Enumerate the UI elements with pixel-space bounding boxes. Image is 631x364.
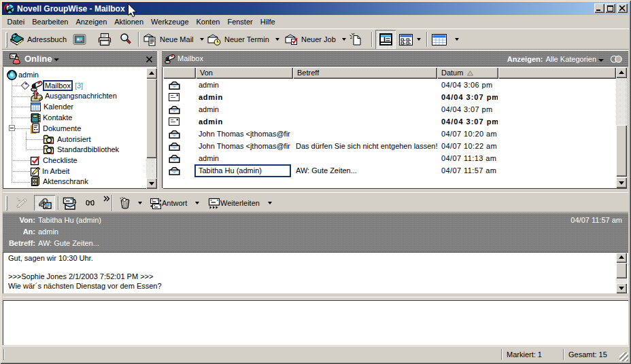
unread-mail-icon — [169, 93, 180, 101]
tree-item-kalender[interactable]: Kalender — [30, 101, 73, 112]
view-table-button[interactable] — [432, 31, 459, 48]
new-document-button[interactable] — [349, 31, 362, 48]
titlebar[interactable]: Novell GroupWise - Mailbox — [2, 2, 629, 15]
tree-item-checkliste[interactable]: Checkliste — [30, 155, 78, 166]
mail-row[interactable]: admin 04/04 3:07 pm — [163, 116, 616, 128]
tree-item-autorisiert[interactable]: Autorisiert — [43, 134, 91, 145]
datum-cell: 04/07 10:20 am — [441, 130, 498, 138]
neuer-job-button[interactable]: Neuer Job — [285, 31, 346, 48]
menu-datei[interactable]: Datei — [3, 16, 29, 27]
minimize-button[interactable] — [594, 3, 604, 13]
scrollbar-thumb[interactable] — [616, 125, 627, 177]
antwort-dropdown-icon[interactable] — [195, 202, 199, 204]
subject-value: AW: Gute Zeiten... — [38, 239, 99, 247]
neuer-termin-button[interactable]: Neuer Termin — [207, 31, 279, 48]
view-preview-toggle[interactable] — [375, 30, 396, 49]
tree-item-admin[interactable]: admin — [7, 69, 39, 80]
delete-button[interactable] — [118, 195, 142, 211]
edit-button-disabled[interactable] — [14, 195, 30, 211]
menu-bearbeiten[interactable]: Bearbeiten — [29, 16, 72, 27]
delete-dropdown-icon[interactable] — [138, 202, 142, 204]
close-panel-icon[interactable] — [146, 56, 153, 63]
tree-item-kontakte[interactable]: Kontakte — [30, 112, 72, 123]
message-body[interactable]: Gut, sagen wir 10:30 Uhr. >>>Sophie Jone… — [3, 252, 628, 293]
scroll-up-button[interactable] — [146, 68, 157, 79]
tree-collapse-toggle[interactable] — [9, 125, 15, 131]
pane-divider[interactable] — [3, 293, 628, 301]
more-buttons-icon[interactable] — [103, 196, 110, 202]
scrollbar-thumb[interactable] — [146, 79, 157, 158]
column-filler — [498, 67, 616, 79]
datum-cell: 04/07 11:57 am — [441, 166, 498, 175]
menu-werkzeuge[interactable]: Werkzeuge — [148, 16, 192, 27]
antwort-button[interactable]: Antwort — [148, 195, 199, 211]
tree-scrollbar[interactable] — [146, 68, 156, 189]
view-display-dropdown-icon[interactable] — [417, 38, 421, 41]
body-scrollbar[interactable] — [616, 253, 627, 293]
new-task-icon — [285, 33, 299, 46]
mailbox-small-icon — [165, 54, 175, 64]
weiterleiten-dropdown-icon[interactable] — [268, 202, 272, 204]
app-logo-icon — [3, 3, 14, 14]
tree-item-aktenschrank[interactable]: Aktenschrank — [30, 176, 88, 187]
weiterleiten-button[interactable]: Weiterleiten — [208, 195, 272, 211]
mail-row[interactable]: admin 04/04 3:07 pm — [163, 92, 616, 104]
search-button[interactable] — [119, 31, 133, 48]
scroll-up-button[interactable] — [616, 67, 627, 78]
neuer-termin-dropdown-icon[interactable] — [275, 38, 279, 41]
list-scrollbar[interactable] — [616, 67, 627, 188]
tree-item-ausgangsnachrichten[interactable]: Ausgangsnachrichten — [30, 90, 117, 101]
von-cell: admin — [199, 93, 292, 101]
body-line: >>>Sophie Jones 2/1/2003 7:52:01 PM >>> — [8, 272, 628, 282]
read-later-button[interactable] — [86, 195, 95, 211]
open-item-button[interactable] — [63, 195, 78, 211]
scroll-down-button[interactable] — [616, 177, 627, 188]
scroll-down-button[interactable] — [146, 178, 157, 189]
tree-item-dokumente[interactable]: Dokumente — [30, 123, 81, 134]
adressbuch-button[interactable]: Adressbuch — [10, 31, 67, 48]
menu-konten[interactable]: Konten — [192, 16, 224, 27]
view-table-dropdown-icon[interactable] — [455, 38, 459, 41]
categories-icon[interactable] — [610, 55, 623, 63]
column-von[interactable]: Von — [196, 67, 293, 79]
folders-panel-dropdown-icon[interactable] — [54, 58, 59, 61]
mail-row[interactable]: John Thomas <jthomas@fir 04/07 10:20 am — [163, 128, 616, 141]
scroll-down-button[interactable] — [616, 283, 627, 293]
filter-dropdown[interactable]: Anzeigen: Alle Kategorien — [507, 51, 604, 67]
tree-item-in-arbeit[interactable]: In Arbeit — [30, 166, 69, 177]
neue-mail-dropdown-icon[interactable] — [200, 38, 204, 41]
mail-row[interactable]: admin 04/07 11:13 am — [163, 153, 616, 165]
attachment-pane[interactable] — [3, 301, 628, 345]
mail-row[interactable]: admin 04/04 3:06 pm — [163, 79, 616, 92]
resize-grip[interactable] — [619, 352, 628, 361]
column-icon[interactable] — [163, 67, 196, 79]
mail-row[interactable]: admin 04/04 3:07 pm — [163, 104, 616, 116]
menu-anzeigen[interactable]: Anzeigen — [72, 16, 111, 27]
menu-fenster[interactable]: Fenster — [224, 16, 256, 27]
maximize-icon — [607, 5, 613, 12]
neuer-job-dropdown-icon[interactable] — [342, 38, 346, 41]
neue-mail-button[interactable]: Neue Mail — [143, 31, 204, 48]
menu-hilfe[interactable]: Hilfe — [256, 16, 279, 27]
maximize-button[interactable] — [605, 3, 615, 13]
view-display-button[interactable] — [399, 31, 421, 48]
column-betreff[interactable]: Betreff — [293, 67, 437, 79]
preview-toolbar-grip[interactable] — [5, 196, 7, 211]
printer-icon — [97, 33, 112, 46]
work-in-progress-icon — [30, 166, 40, 177]
address-selector-button[interactable] — [73, 31, 86, 48]
scrollbar-thumb[interactable] — [616, 263, 627, 278]
mail-row[interactable]: John Thomas <jthomas@fir Das dürfen Sie … — [163, 141, 616, 153]
toolbar-grip[interactable] — [5, 32, 7, 48]
mail-row-selected[interactable]: Tabitha Hu (admin) AW: Gute Zeiten... 04… — [163, 165, 616, 177]
close-button[interactable] — [617, 3, 628, 13]
attachment-view-toggle[interactable] — [34, 195, 55, 211]
tree-line — [12, 86, 21, 86]
envelope-arrow-icon — [63, 197, 78, 210]
tree-line — [26, 149, 43, 150]
column-datum[interactable]: Datum — [437, 67, 498, 79]
tree-item-label: Autorisiert — [57, 135, 91, 143]
print-button[interactable] — [97, 31, 112, 48]
scroll-up-button[interactable] — [616, 253, 627, 263]
tree-item-standardbibliothek[interactable]: Standardbibliothek — [43, 144, 119, 155]
